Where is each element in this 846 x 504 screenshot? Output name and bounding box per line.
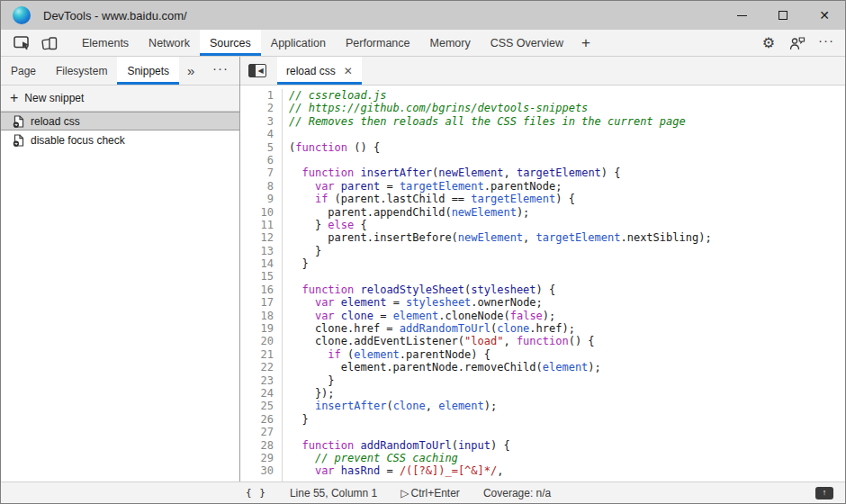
line-number[interactable]: 30 [240,464,274,477]
line-number[interactable]: 20 [240,335,274,347]
collapse-navigator-icon [249,65,256,76]
line-number[interactable]: 25 [240,400,274,412]
pretty-print-button[interactable]: { } [246,487,266,499]
tab-performance[interactable]: Performance [336,30,420,56]
code-editor[interactable]: 1234567891011121314151617181920212223242… [240,86,845,482]
line-number[interactable]: 6 [240,154,274,166]
tab-css-overview[interactable]: CSS Overview [481,30,573,56]
collapse-navigator-button[interactable]: ◀ [248,64,266,77]
line-number[interactable]: 17 [240,296,274,309]
code-line: function insertAfter(newElement, targetE… [289,166,845,179]
line-number[interactable]: 16 [240,284,274,296]
tab-elements[interactable]: Elements [72,30,139,56]
line-number[interactable]: 29 [240,452,274,464]
minimize-button[interactable] [721,1,762,30]
sidebar-tab-filesystem[interactable]: Filesystem [46,57,117,85]
close-icon: ✕ [819,9,830,22]
code-line: element.parentNode.removeChild(element); [289,361,845,374]
line-number[interactable]: 13 [240,245,274,257]
feedback-button[interactable] [786,36,809,50]
line-number[interactable]: 3 [240,115,274,128]
settings-button[interactable]: ⚙ [757,36,780,50]
code-line: var clone = element.cloneNode(false); [289,310,845,322]
line-number[interactable]: 23 [240,374,274,387]
code-line: parent.appendChild(newElement); [289,206,845,219]
edge-logo-icon [13,6,31,24]
code-line: } [289,413,845,426]
cursor-position: Line 55, Column 1 [290,487,377,500]
code-line: } [289,257,845,270]
snippet-label: disable focus check [31,134,125,147]
tab-overflow-button[interactable]: » [179,57,202,85]
line-number[interactable]: 12 [240,231,274,244]
code-line: } [289,374,845,387]
snippet-label: reload css [31,115,80,128]
editor-pane: ◀ reload css ✕ 1234567891011121314151617… [240,57,845,482]
device-toolbar-button[interactable] [38,30,61,56]
devtools-window: DevTools - www.baidu.com/ ✕ ElementsNetw… [0,0,846,504]
line-number[interactable]: 10 [240,206,274,219]
line-number[interactable]: 1 [240,89,274,102]
tab-close-icon[interactable]: ✕ [344,66,353,76]
line-number[interactable]: 14 [240,257,274,270]
status-bar: { } Line 55, Column 1 ▷ Ctrl+Enter Cover… [1,482,845,503]
tab-application[interactable]: Application [261,30,336,56]
line-number[interactable]: 9 [240,193,274,205]
close-button[interactable]: ✕ [804,1,845,30]
line-number[interactable]: 5 [240,141,274,154]
tab-memory[interactable]: Memory [420,30,481,56]
code-line: (function () { [289,141,845,154]
line-number[interactable]: 28 [240,439,274,452]
line-number[interactable]: 19 [240,322,274,335]
code-line [289,128,845,140]
line-number[interactable]: 8 [240,180,274,193]
editor-tab-label: reload css [286,65,336,77]
line-number[interactable]: 22 [240,361,274,374]
line-number[interactable]: 18 [240,310,274,322]
code-line [289,270,845,283]
more-options-button[interactable]: ··· [814,38,838,49]
code-line: parent.insertBefore(newElement, targetEl… [289,231,845,244]
left-arrow-icon: ◀ [256,65,266,76]
code-line: // cssreload.js [289,89,845,102]
navigator-tabs: PageFilesystemSnippets [1,57,179,85]
line-number[interactable]: 27 [240,426,274,438]
code-line: function addRandomToUrl(input) { [289,439,845,452]
line-number-gutter[interactable]: 1234567891011121314151617181920212223242… [240,89,283,482]
line-number[interactable]: 15 [240,270,274,283]
tab-network[interactable]: Network [139,30,200,56]
content-area: PageFilesystemSnippets » ··· + New snipp… [1,57,845,482]
main-toolbar: ElementsNetworkSourcesApplicationPerform… [1,30,845,57]
navigator-more-button[interactable]: ··· [209,57,232,85]
gear-icon: ⚙ [762,36,775,50]
code-line: if (parent.lastChild == targetElement) { [289,193,845,205]
line-number[interactable]: 4 [240,128,274,140]
line-number[interactable]: 24 [240,387,274,400]
navigator-sidebar: PageFilesystemSnippets » ··· + New snipp… [1,57,240,482]
coverage-status: Coverage: n/a [483,487,551,500]
play-icon: ▷ [400,487,409,500]
tab-sources[interactable]: Sources [200,30,261,56]
line-number[interactable]: 2 [240,102,274,114]
snippet-item-reload-css[interactable]: reload css [1,112,239,130]
maximize-icon [778,11,788,20]
editor-tab-reload-css[interactable]: reload css ✕ [277,57,362,85]
line-number[interactable]: 26 [240,413,274,426]
sidebar-tab-page[interactable]: Page [1,57,46,85]
code-line: function reloadStyleSheet(stylesheet) { [289,284,845,296]
add-panel-button[interactable]: + [573,30,598,56]
code-line: }); [289,387,845,400]
inspect-cursor-icon [14,36,31,50]
line-number[interactable]: 11 [240,219,274,231]
sidebar-tab-snippets[interactable]: Snippets [117,57,179,85]
line-number[interactable]: 7 [240,166,274,179]
snippet-item-disable-focus-check[interactable]: disable focus check [1,130,239,149]
new-snippet-button[interactable]: + New snippet [1,86,239,112]
device-toolbar-icon [41,36,58,50]
show-drawer-button[interactable]: ↑ [815,487,833,500]
maximize-button[interactable] [762,1,804,30]
snippet-file-icon [13,134,24,147]
inspect-element-button[interactable] [10,30,33,56]
up-arrow-icon: ↑ [823,489,827,497]
line-number[interactable]: 21 [240,348,274,361]
